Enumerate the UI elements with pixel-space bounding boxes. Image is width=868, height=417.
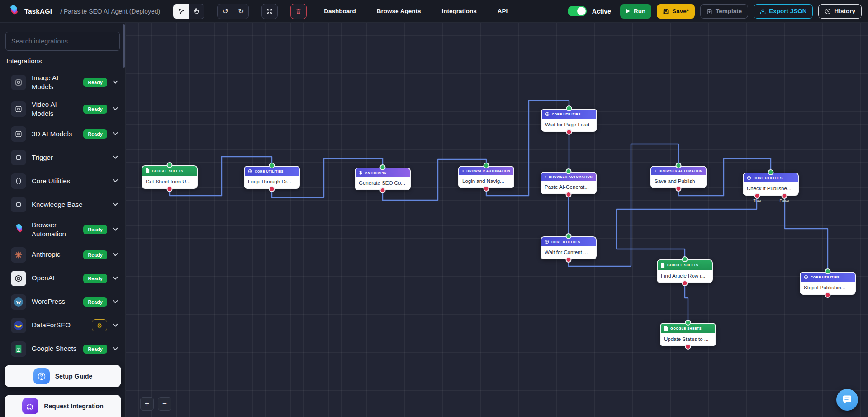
select-cursor-button[interactable] bbox=[173, 4, 189, 19]
active-toggle[interactable] bbox=[568, 6, 587, 16]
chevron-down-icon[interactable] bbox=[113, 274, 118, 279]
input-handle[interactable] bbox=[566, 233, 572, 239]
sidebar-item-wordpress[interactable]: W WordPress Ready bbox=[0, 290, 125, 314]
sidebar-item-video-ai-models[interactable]: Video AI Models Ready bbox=[0, 96, 125, 123]
sidebar-scrollbar[interactable] bbox=[123, 24, 125, 68]
save-button[interactable]: Save* bbox=[657, 4, 695, 19]
output-handle[interactable] bbox=[269, 186, 275, 192]
search-input[interactable] bbox=[5, 32, 120, 51]
sidebar-item-openai[interactable]: OpenAI Ready bbox=[0, 267, 125, 290]
chevron-down-icon[interactable] bbox=[113, 201, 118, 206]
sidebar-item-browser-automation[interactable]: Browser Automation Ready bbox=[0, 216, 125, 243]
node-get-sheet[interactable]: GOOGLE SHEETS Get Sheet from U... bbox=[142, 165, 198, 189]
chevron-down-icon[interactable] bbox=[113, 345, 118, 350]
sidebar-item-knowledge-base[interactable]: Knowledge Base bbox=[0, 193, 125, 216]
gear-icon bbox=[462, 169, 464, 173]
node-wait-page-load[interactable]: CORE UTILITIES Wait for Page Load bbox=[541, 109, 597, 132]
ready-badge: Ready bbox=[83, 78, 107, 87]
chat-widget-button[interactable] bbox=[836, 389, 858, 411]
ready-badge: Ready bbox=[83, 274, 107, 283]
sidebar-item-3d-ai-models[interactable]: 3D AI Models Ready bbox=[0, 122, 125, 146]
sidebar-item-google-sheets[interactable]: Google Sheets Ready bbox=[0, 337, 125, 361]
chevron-down-icon[interactable] bbox=[113, 154, 118, 159]
run-button[interactable]: Run bbox=[620, 4, 651, 19]
node-loop-through[interactable]: CORE UTILITIES Loop Through Dr... bbox=[244, 166, 300, 189]
nav-link-dashboard[interactable]: Dashboard bbox=[324, 8, 356, 14]
ready-badge: Ready bbox=[83, 250, 107, 259]
zoom-in-button[interactable]: + bbox=[140, 397, 154, 411]
node-find-article-row[interactable]: GOOGLE SHEETS Find Article Row i... bbox=[657, 259, 713, 283]
input-handle[interactable] bbox=[685, 320, 691, 326]
input-handle[interactable] bbox=[566, 105, 572, 111]
sidebar-item-anthropic[interactable]: Anthropic Ready bbox=[0, 243, 125, 267]
setup-guide-button[interactable]: Setup Guide bbox=[5, 365, 121, 387]
input-handle[interactable] bbox=[167, 162, 173, 168]
chevron-down-icon[interactable] bbox=[113, 79, 118, 84]
output-handle[interactable] bbox=[825, 292, 831, 298]
chevron-down-icon[interactable] bbox=[113, 226, 118, 231]
request-integration-button[interactable]: Request Integration bbox=[5, 395, 121, 417]
undo-button[interactable]: ↺ bbox=[218, 4, 233, 19]
sidebar-item-dataforseo[interactable]: DataForSEO ⚙ bbox=[0, 314, 125, 337]
redo-icon: ↻ bbox=[238, 7, 244, 15]
pan-hand-button[interactable] bbox=[189, 4, 204, 19]
request-integration-label: Request Integration bbox=[44, 403, 103, 410]
sidebar-item-trigger[interactable]: Trigger bbox=[0, 146, 125, 169]
sidebar-item-image-ai-models[interactable]: Image AI Models Ready bbox=[0, 69, 125, 96]
input-handle[interactable] bbox=[484, 163, 489, 168]
chevron-down-icon[interactable] bbox=[113, 321, 118, 326]
top-navbar: TaskAGI / Parasite SEO AI Agent (Deploye… bbox=[0, 0, 868, 23]
input-handle[interactable] bbox=[682, 256, 688, 262]
chevron-down-icon[interactable] bbox=[113, 130, 118, 135]
core-utilities-icon bbox=[545, 240, 549, 244]
input-handle[interactable] bbox=[380, 164, 386, 170]
sidebar-item-core-utilities[interactable]: Core Utilities bbox=[0, 169, 125, 193]
output-handle[interactable] bbox=[685, 344, 691, 350]
output-label-false: False bbox=[775, 198, 793, 203]
brand[interactable]: TaskAGI / Parasite SEO AI Agent (Deploye… bbox=[6, 5, 160, 18]
node-check-if-published[interactable]: CORE UTILITIES Check if Publishe... True… bbox=[743, 173, 799, 196]
node-login-navigate[interactable]: BROWSER AUTOMATION Login and Navig... bbox=[458, 166, 514, 188]
input-handle[interactable] bbox=[269, 163, 275, 168]
output-handle[interactable] bbox=[676, 186, 682, 192]
node-wait-for-content[interactable]: CORE UTILITIES Wait for Content ... bbox=[541, 236, 597, 259]
fit-view-group bbox=[261, 4, 278, 19]
node-save-and-publish[interactable]: BROWSER AUTOMATION Save and Publish bbox=[650, 166, 707, 188]
nav-link-api[interactable]: API bbox=[498, 8, 508, 14]
chevron-down-icon[interactable] bbox=[113, 177, 118, 182]
input-handle[interactable] bbox=[676, 163, 682, 168]
redo-button[interactable]: ↻ bbox=[233, 4, 248, 19]
node-paste-ai-generated[interactable]: BROWSER AUTOMATION Paste AI-Generat... bbox=[541, 172, 597, 194]
export-json-button[interactable]: Export JSON bbox=[754, 4, 813, 19]
node-generate-seo[interactable]: ANTHROPIC Generate SEO Co... bbox=[355, 168, 411, 190]
template-button[interactable]: Template bbox=[700, 4, 748, 19]
workflow-canvas[interactable]: GOOGLE SHEETS Get Sheet from U... CORE U… bbox=[126, 23, 868, 417]
nav-link-integrations[interactable]: Integrations bbox=[441, 8, 476, 14]
output-handle[interactable] bbox=[682, 280, 688, 286]
output-handle[interactable] bbox=[380, 187, 386, 193]
output-handle[interactable] bbox=[566, 129, 572, 135]
chevron-down-icon[interactable] bbox=[113, 251, 118, 256]
history-tools: ↺ ↻ bbox=[217, 4, 249, 19]
node-update-status[interactable]: GOOGLE SHEETS Update Status to ... bbox=[660, 323, 716, 346]
image-ai-models-icon bbox=[11, 75, 26, 90]
input-handle[interactable] bbox=[825, 268, 831, 274]
chevron-down-icon[interactable] bbox=[113, 298, 118, 303]
sidebar-item-label: OpenAI bbox=[32, 273, 78, 283]
output-handle[interactable] bbox=[566, 192, 572, 197]
nav-link-browse-agents[interactable]: Browse Agents bbox=[377, 8, 421, 14]
node-stop-if-publishing[interactable]: CORE UTILITIES Stop if Publishin... bbox=[800, 272, 856, 295]
output-handle[interactable] bbox=[566, 257, 572, 263]
undo-icon: ↺ bbox=[222, 7, 228, 15]
configure-gear-badge[interactable]: ⚙ bbox=[92, 319, 107, 331]
fullscreen-button[interactable] bbox=[262, 4, 277, 19]
chevron-down-icon[interactable] bbox=[113, 105, 118, 110]
output-handle[interactable] bbox=[167, 186, 173, 192]
output-handle[interactable] bbox=[484, 186, 489, 192]
input-handle[interactable] bbox=[566, 168, 572, 174]
input-handle[interactable] bbox=[768, 169, 774, 175]
integrations-sidebar: Integrations Image AI Models Ready Video… bbox=[0, 23, 126, 417]
history-button[interactable]: History bbox=[818, 4, 862, 19]
zoom-out-button[interactable]: − bbox=[158, 397, 171, 411]
delete-button[interactable] bbox=[291, 4, 306, 19]
